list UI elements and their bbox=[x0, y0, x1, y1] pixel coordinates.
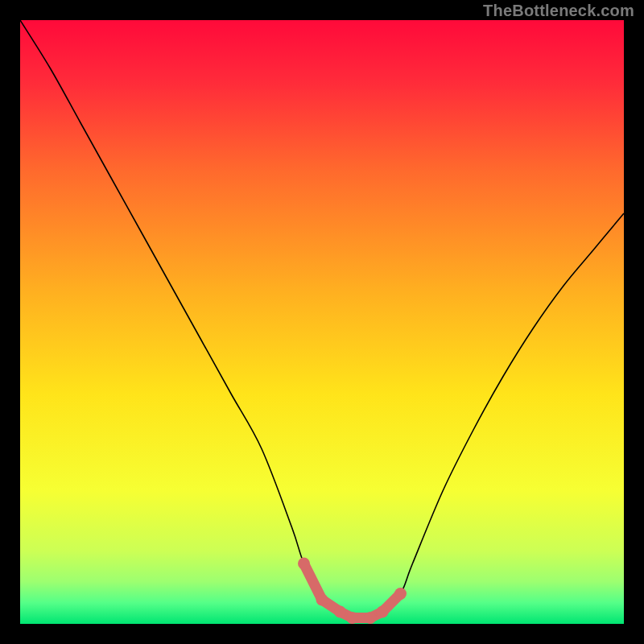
highlight-point bbox=[377, 606, 389, 618]
highlight-point bbox=[334, 606, 346, 618]
highlight-point bbox=[298, 558, 310, 570]
highlight-point bbox=[346, 612, 358, 624]
bottleneck-chart bbox=[20, 20, 624, 624]
attribution-text: TheBottleneck.com bbox=[483, 2, 634, 20]
chart-frame: TheBottleneck.com bbox=[0, 0, 644, 644]
highlight-point bbox=[394, 588, 407, 600]
highlight-point bbox=[316, 594, 328, 606]
chart-background bbox=[20, 20, 624, 624]
highlight-point bbox=[365, 612, 377, 624]
